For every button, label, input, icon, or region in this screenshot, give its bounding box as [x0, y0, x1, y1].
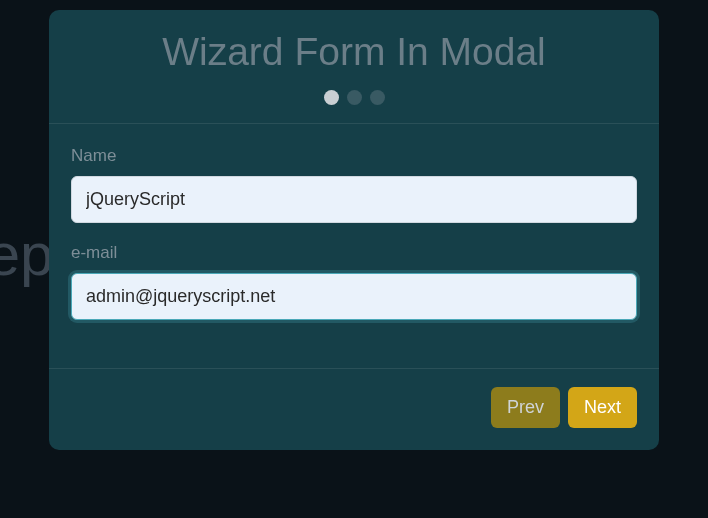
background-text: tep [0, 220, 53, 289]
step-dot-3[interactable] [370, 90, 385, 105]
next-button[interactable]: Next [568, 387, 637, 428]
form-group-email: e-mail [71, 243, 637, 320]
form-group-name: Name [71, 146, 637, 223]
modal-body: Name e-mail [49, 123, 659, 368]
email-input[interactable] [71, 273, 637, 320]
wizard-modal: Wizard Form In Modal Name e-mail Prev Ne… [49, 10, 659, 450]
step-dot-1[interactable] [324, 90, 339, 105]
step-indicator [69, 90, 639, 105]
step-dot-2[interactable] [347, 90, 362, 105]
modal-header: Wizard Form In Modal [49, 10, 659, 123]
name-input[interactable] [71, 176, 637, 223]
modal-title: Wizard Form In Modal [69, 30, 639, 74]
email-label: e-mail [71, 243, 637, 263]
name-label: Name [71, 146, 637, 166]
prev-button[interactable]: Prev [491, 387, 560, 428]
modal-footer: Prev Next [49, 368, 659, 450]
